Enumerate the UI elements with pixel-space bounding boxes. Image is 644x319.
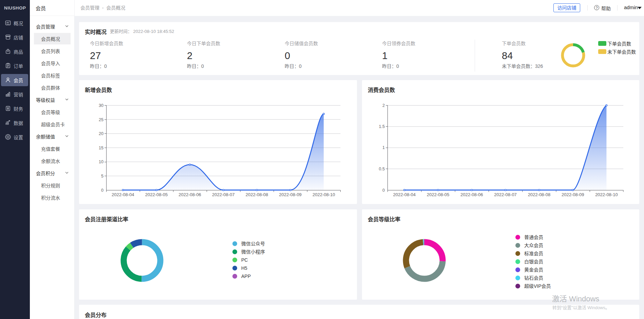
svg-text:1: 1 — [382, 145, 385, 150]
svg-text:2022-08-07: 2022-08-07 — [212, 192, 235, 197]
svg-text:2022-08-04: 2022-08-04 — [393, 192, 416, 197]
svg-text:25: 25 — [99, 117, 103, 122]
svg-text:0: 0 — [382, 188, 385, 193]
svg-text:2022-08-09: 2022-08-09 — [562, 192, 584, 197]
svg-text:2022-08-06: 2022-08-06 — [460, 192, 483, 197]
svg-text:15: 15 — [99, 146, 103, 150]
svg-text:0.5: 0.5 — [379, 167, 385, 171]
svg-text:2022-08-10: 2022-08-10 — [595, 192, 618, 197]
svg-text:2022-08-05: 2022-08-05 — [427, 192, 450, 197]
svg-text:2: 2 — [382, 103, 385, 108]
svg-text:2022-08-10: 2022-08-10 — [312, 192, 335, 197]
svg-text:0: 0 — [101, 188, 103, 193]
svg-text:2022-08-06: 2022-08-06 — [178, 192, 201, 197]
svg-text:20: 20 — [99, 131, 103, 136]
svg-text:2022-08-08: 2022-08-08 — [528, 192, 551, 197]
svg-text:2022-08-04: 2022-08-04 — [112, 192, 134, 197]
svg-text:2022-08-09: 2022-08-09 — [279, 192, 302, 197]
svg-text:2022-08-07: 2022-08-07 — [494, 192, 517, 197]
svg-text:10: 10 — [99, 160, 103, 164]
svg-text:2022-08-08: 2022-08-08 — [246, 192, 268, 197]
svg-text:5: 5 — [101, 174, 103, 179]
svg-text:2022-08-05: 2022-08-05 — [145, 192, 168, 197]
svg-text:1.5: 1.5 — [379, 124, 385, 129]
svg-text:30: 30 — [99, 103, 103, 108]
